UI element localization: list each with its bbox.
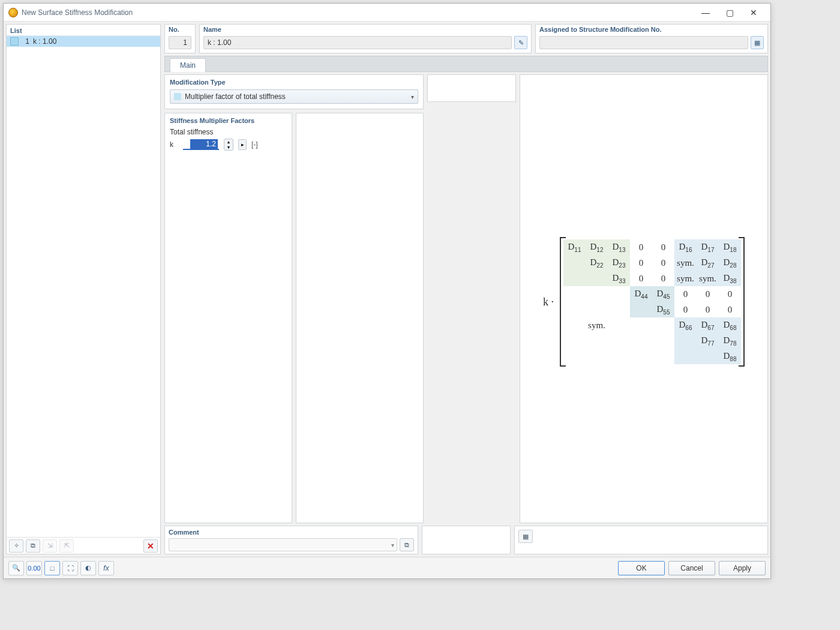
list-header: List xyxy=(7,25,160,36)
delete-icon: ✕ xyxy=(147,541,154,551)
window-title: New Surface Stiffness Modification xyxy=(22,8,694,17)
matrix-prefix: k · xyxy=(543,296,554,308)
no-field[interactable]: 1 xyxy=(169,36,191,49)
name-box: Name k : 1.00 ✎ xyxy=(199,24,532,53)
k-more-button[interactable]: ▸ xyxy=(238,139,247,150)
pick-button[interactable]: ▦ xyxy=(751,36,764,49)
help-button[interactable]: 🔍 xyxy=(8,561,24,575)
include-button: ⇲ xyxy=(43,539,57,553)
assign-field[interactable] xyxy=(539,36,748,49)
script-button[interactable]: fx xyxy=(98,561,114,575)
k-label: k xyxy=(170,140,178,149)
mod-type-dropdown[interactable]: Multiplier factor of total stiffness ▾ xyxy=(170,89,418,104)
apply-button[interactable]: Apply xyxy=(719,561,766,575)
name-field[interactable]: k : 1.00 xyxy=(203,36,512,49)
stiffness-factors-panel: Stiffness Multiplier Factors Total stiff… xyxy=(164,113,292,523)
close-button[interactable]: ✕ xyxy=(742,4,766,21)
assign-box: Assigned to Structure Modification No. ▦ xyxy=(535,24,768,53)
matrix-brackets: D11D12D1300D16D17D18D22D2300sym.D27D28D3… xyxy=(560,237,745,367)
no-box: No. 1 xyxy=(164,24,196,53)
maximize-button[interactable]: ▢ xyxy=(718,4,742,21)
comment-dropdown[interactable]: ▾ xyxy=(169,538,397,551)
view-1-button[interactable]: □ xyxy=(44,561,60,575)
exclude-button: ⇱ xyxy=(59,539,74,553)
list-item[interactable]: 1 k : 1.00 xyxy=(7,36,160,47)
assign-header: Assigned to Structure Modification No. xyxy=(536,25,767,34)
list-body[interactable]: 1 k : 1.00 xyxy=(7,36,160,537)
content-area: List 1 k : 1.00 ✧ ⧉ ⇲ ⇱ ✕ xyxy=(4,22,770,557)
name-header: Name xyxy=(200,25,531,34)
list-toolbar: ✧ ⧉ ⇲ ⇱ ✕ xyxy=(7,537,160,554)
copy-button[interactable]: ⧉ xyxy=(26,539,40,553)
mod-type-legend: Modification Type xyxy=(170,79,418,86)
comment-library-button[interactable]: ⧉ xyxy=(400,538,414,551)
new-button[interactable]: ✧ xyxy=(9,539,23,553)
matrix-footer-box: ▦ xyxy=(514,526,768,554)
tabs: Main xyxy=(164,56,768,72)
app-icon xyxy=(8,8,18,17)
units-button[interactable]: 0.00 xyxy=(26,561,42,575)
mod-type-swatch xyxy=(174,93,181,100)
delete-button[interactable]: ✕ xyxy=(143,539,158,553)
matrix-panel: k · D11D12D1300D16D17D18D22D2300sym.D27D… xyxy=(520,74,768,523)
smf-legend: Stiffness Multiplier Factors xyxy=(170,117,287,124)
comment-panel: Comment ▾ ⧉ xyxy=(164,526,418,554)
list-item-label: k : 1.00 xyxy=(33,37,56,46)
tab-main[interactable]: Main xyxy=(170,58,206,72)
spin-up-icon[interactable]: ▲ xyxy=(224,139,233,145)
chevron-down-icon: ▾ xyxy=(411,94,414,100)
k-input[interactable] xyxy=(190,139,218,149)
total-stiffness-label: Total stiffness xyxy=(170,128,287,136)
minimize-button[interactable]: — xyxy=(694,4,718,21)
no-header: No. xyxy=(165,25,195,34)
modification-type-panel: Modification Type Multiplier factor of t… xyxy=(164,74,424,109)
comment-legend: Comment xyxy=(169,529,414,536)
k-spinner[interactable]: ▲ ▼ xyxy=(224,139,233,151)
matrix-settings-button[interactable]: ▦ xyxy=(518,530,533,543)
rename-button[interactable]: ✎ xyxy=(514,36,527,49)
list-panel: List 1 k : 1.00 ✧ ⧉ ⇲ ⇱ ✕ xyxy=(6,24,161,554)
dialog-window: New Surface Stiffness Modification — ▢ ✕… xyxy=(3,3,771,579)
preview-small-box xyxy=(427,74,516,102)
spin-down-icon[interactable]: ▼ xyxy=(224,145,233,150)
list-item-swatch xyxy=(10,37,19,46)
list-item-index: 1 xyxy=(22,37,29,46)
bottom-bar: 🔍 0.00 □ ⛶ ◐ fx OK Cancel Apply xyxy=(4,557,770,578)
stiffness-matrix: D11D12D1300D16D17D18D22D2300sym.D27D28D3… xyxy=(563,239,741,364)
titlebar: New Surface Stiffness Modification — ▢ ✕ xyxy=(4,4,770,22)
mod-type-value: Multiplier factor of total stiffness xyxy=(185,92,411,101)
view-2-button[interactable]: ⛶ xyxy=(62,561,78,575)
k-input-wrap xyxy=(183,139,219,150)
view-3-button[interactable]: ◐ xyxy=(80,561,96,575)
ok-button[interactable]: OK xyxy=(618,561,665,575)
comment-side-box xyxy=(422,526,511,554)
empty-mid-panel xyxy=(296,113,424,523)
k-unit: [-] xyxy=(251,140,258,149)
cancel-button[interactable]: Cancel xyxy=(668,561,715,575)
